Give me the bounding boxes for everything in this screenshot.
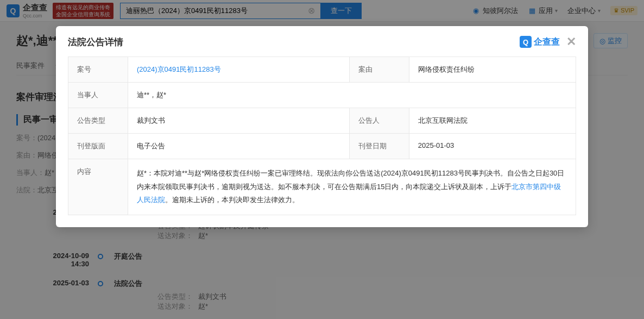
table-row: 内容 赵*：本院对迪**与赵*网络侵权责任纠纷一案已审理终结。现依法向你公告送达… <box>68 159 576 215</box>
label-announcer: 公告人 <box>349 108 409 134</box>
table-row: 当事人 迪**，赵* <box>68 83 576 108</box>
label-type: 公告类型 <box>68 108 128 134</box>
modal-dialog: 法院公告详情 Q 企查查 ✕ 案号 (2024)京0491民初11283号 案由… <box>56 26 588 227</box>
close-icon[interactable]: ✕ <box>566 35 576 49</box>
modal-logo[interactable]: Q 企查查 <box>520 36 560 48</box>
label-case-no: 案号 <box>68 57 128 83</box>
modal-title: 法院公告详情 <box>68 36 123 48</box>
label-content: 内容 <box>68 159 128 215</box>
label-reason: 案由 <box>349 57 409 83</box>
label-pubdate: 刊登日期 <box>349 134 409 159</box>
value-announcer: 北京互联网法院 <box>409 108 576 134</box>
table-row: 公告类型 裁判文书 公告人 北京互联网法院 <box>68 108 576 134</box>
table-row: 案号 (2024)京0491民初11283号 案由 网络侵权责任纠纷 <box>68 57 576 83</box>
modal-body: 案号 (2024)京0491民初11283号 案由 网络侵权责任纠纷 当事人 迪… <box>56 57 588 227</box>
label-party: 当事人 <box>68 83 128 108</box>
table-row: 刊登版面 电子公告 刊登日期 2025-01-03 <box>68 134 576 159</box>
case-no-link[interactable]: (2024)京0491民初11283号 <box>137 65 221 73</box>
value-content: 赵*：本院对迪**与赵*网络侵权责任纠纷一案已审理终结。现依法向你公告送达(20… <box>128 159 576 215</box>
detail-table: 案号 (2024)京0491民初11283号 案由 网络侵权责任纠纷 当事人 迪… <box>68 57 576 215</box>
modal-logo-icon: Q <box>520 36 532 48</box>
modal-header: 法院公告详情 Q 企查查 ✕ <box>56 26 588 57</box>
value-reason: 网络侵权责任纠纷 <box>409 57 576 83</box>
label-media: 刊登版面 <box>68 134 128 159</box>
value-media: 电子公告 <box>128 134 350 159</box>
value-pubdate: 2025-01-03 <box>409 134 576 159</box>
value-party: 迪**，赵* <box>128 83 576 108</box>
value-type: 裁判文书 <box>128 108 350 134</box>
